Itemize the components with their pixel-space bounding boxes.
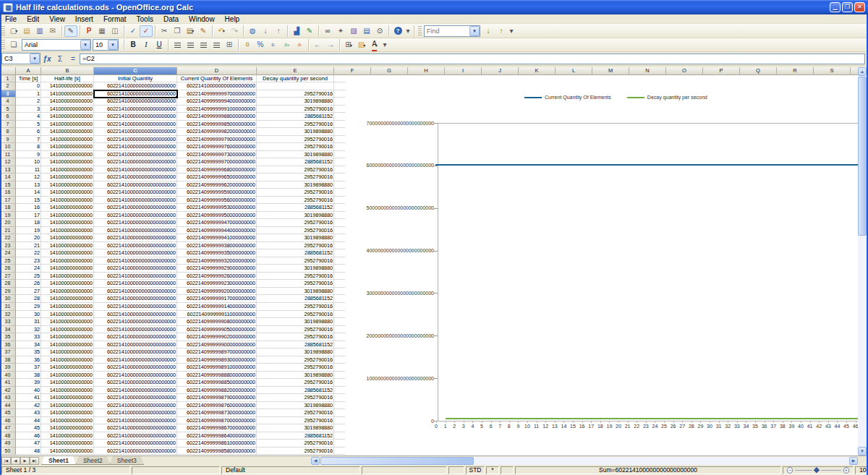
cell-C30[interactable]: 602214100000000000000000: [94, 295, 177, 303]
cell-D5[interactable]: 602214099999991000000000: [177, 106, 257, 114]
cell-D9[interactable]: 602214099999979000000000: [177, 136, 257, 144]
cell-A33[interactable]: 31: [16, 318, 41, 326]
column-header-F[interactable]: F: [334, 67, 371, 75]
cell-D26[interactable]: 602214099999929000000000: [177, 265, 257, 273]
column-header-R[interactable]: R: [777, 67, 814, 75]
cell-C9[interactable]: 602214100000000000000000: [94, 136, 177, 144]
menu-view[interactable]: View: [44, 15, 70, 23]
cell-E6[interactable]: 2885681152: [257, 113, 334, 121]
chart-object[interactable]: Current Quantity Of ElementsDecay quanti…: [345, 75, 858, 455]
cell-E39[interactable]: 2952790016: [257, 364, 334, 372]
borders-icon[interactable]: ⊞▾: [342, 39, 355, 51]
cell-E13[interactable]: 2952790016: [257, 166, 334, 174]
row-header-42[interactable]: 42: [0, 387, 16, 395]
row-header-38[interactable]: 38: [0, 356, 16, 364]
cell-D22[interactable]: 602214099999941000000000: [177, 234, 257, 242]
cell-E15[interactable]: 3019898880: [257, 181, 334, 189]
sheet-tab-sheet2[interactable]: Sheet2: [76, 456, 110, 465]
cell-B39[interactable]: 141000000000000: [41, 364, 94, 372]
cell-A25[interactable]: 23: [16, 257, 41, 265]
cell-E49[interactable]: 2952790016: [257, 440, 334, 448]
find-toolbar-grip[interactable]: [418, 26, 422, 36]
cell-B46[interactable]: 141000000000000: [41, 417, 94, 425]
row-header-24[interactable]: 24: [0, 249, 16, 257]
add-decimal-place-icon[interactable]: .0+: [280, 39, 293, 51]
row-header-43[interactable]: 43: [0, 394, 16, 402]
styles-window-icon[interactable]: ❏: [7, 39, 20, 51]
row-header-14[interactable]: 14: [0, 174, 16, 181]
row-header-30[interactable]: 30: [0, 295, 16, 303]
cell-E33[interactable]: 3019898880: [257, 318, 334, 326]
cell-A50[interactable]: 48: [16, 448, 41, 455]
cell-B23[interactable]: 141000000000000: [41, 242, 94, 250]
cell-E4[interactable]: 3019898880: [257, 98, 334, 106]
cell-A35[interactable]: 33: [16, 333, 41, 341]
cell-E34[interactable]: 2952790016: [257, 326, 334, 334]
cell-B1[interactable]: Half-life [s]: [41, 75, 94, 83]
next-sheet-button[interactable]: ▶: [20, 457, 30, 465]
cell-D1[interactable]: Current Quantity Of Elements: [177, 75, 257, 83]
delete-decimal-place-icon[interactable]: .0-: [293, 39, 306, 51]
autospellcheck-icon[interactable]: ✓: [140, 25, 153, 37]
cell-B36[interactable]: 141000000000000: [41, 341, 94, 349]
new-document-icon[interactable]: ▢▾: [7, 25, 20, 37]
decrease-indent-icon[interactable]: ←: [311, 39, 324, 51]
cell-E46[interactable]: 2952790016: [257, 417, 334, 425]
zoom-icon[interactable]: ⊙: [373, 25, 386, 37]
cell-E26[interactable]: 3019898880: [257, 265, 334, 273]
cell-E40[interactable]: 3019898880: [257, 372, 334, 380]
function-wizard-icon[interactable]: ƒx: [41, 54, 53, 64]
row-header-23[interactable]: 23: [0, 242, 16, 250]
cell-E20[interactable]: 2952790016: [257, 219, 334, 227]
cell-D46[interactable]: 602214099999870000000000: [177, 417, 257, 425]
row-header-40[interactable]: 40: [0, 372, 16, 380]
cell-D10[interactable]: 602214099999976000000000: [177, 143, 257, 151]
column-header-S[interactable]: S: [814, 67, 851, 75]
cell-D11[interactable]: 602214099999973000000000: [177, 151, 257, 159]
legend-item[interactable]: Current Quantity Of Elements: [524, 95, 611, 100]
cell-C28[interactable]: 602214100000000000000000: [94, 280, 177, 288]
cell-A31[interactable]: 29: [16, 303, 41, 311]
cell-B20[interactable]: 141000000000000: [41, 219, 94, 227]
row-header-19[interactable]: 19: [0, 212, 16, 220]
formatting-toolbar-grip[interactable]: [1, 40, 5, 50]
cell-B3[interactable]: 141000000000000: [41, 90, 94, 98]
row-header-34[interactable]: 34: [0, 326, 16, 334]
cell-C5[interactable]: 602214100000000000000000: [94, 106, 177, 114]
undo-dropdown-icon[interactable]: ▾: [223, 28, 225, 33]
row-header-13[interactable]: 13: [0, 166, 16, 174]
row-header-26[interactable]: 26: [0, 265, 16, 273]
cell-A39[interactable]: 37: [16, 364, 41, 372]
cell-A19[interactable]: 17: [16, 212, 41, 220]
cell-B8[interactable]: 141000000000000: [41, 128, 94, 136]
row-header-5[interactable]: 5: [0, 106, 16, 114]
restore-button[interactable]: ❐: [842, 2, 853, 12]
align-right-icon[interactable]: [197, 39, 210, 51]
cell-B11[interactable]: 141000000000000: [41, 151, 94, 159]
cell-D24[interactable]: 602214099999935000000000: [177, 249, 257, 257]
cell-E29[interactable]: 3019898880: [257, 288, 334, 296]
row-header-20[interactable]: 20: [0, 219, 16, 227]
cell-B10[interactable]: 141000000000000: [41, 143, 94, 151]
cell-E31[interactable]: 2952790016: [257, 303, 334, 311]
cell-E10[interactable]: 2952790016: [257, 143, 334, 151]
cell-D43[interactable]: 602214099999879000000000: [177, 394, 257, 402]
cell-E41[interactable]: 2952790016: [257, 379, 334, 387]
cell-E44[interactable]: 3019898880: [257, 402, 334, 410]
title-bar[interactable]: ▦ Half life calculations.ods - OpenOffic…: [0, 0, 868, 14]
zoom-slider-track[interactable]: [821, 470, 841, 471]
cell-D18[interactable]: 602214099999953000000000: [177, 204, 257, 212]
cell-D3[interactable]: 602214099999997000000000: [177, 90, 257, 98]
cell-A12[interactable]: 10: [16, 158, 41, 166]
cell-C36[interactable]: 602214100000000000000000: [94, 341, 177, 349]
cell-B22[interactable]: 141000000000000: [41, 234, 94, 242]
cell-D33[interactable]: 602214099999908000000000: [177, 318, 257, 326]
cell-D19[interactable]: 602214099999950000000000: [177, 212, 257, 220]
sheet-tab-sheet1[interactable]: Sheet1: [41, 456, 76, 465]
zoom-in-icon[interactable]: +: [843, 467, 849, 474]
column-header-L[interactable]: L: [556, 67, 592, 75]
cell-C38[interactable]: 602214100000000000000000: [94, 356, 177, 364]
cell-E5[interactable]: 2952790016: [257, 106, 334, 114]
scroll-left-icon[interactable]: ◀: [311, 457, 320, 465]
cell-A20[interactable]: 18: [16, 219, 41, 227]
